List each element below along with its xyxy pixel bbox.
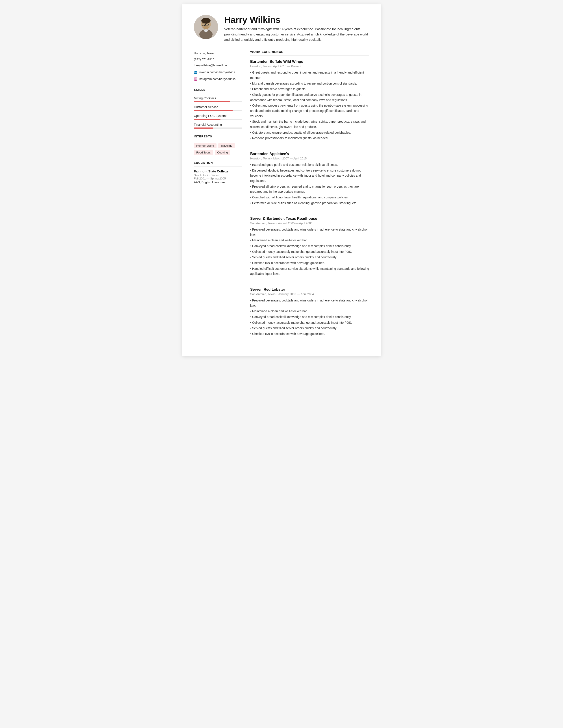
skill-bar-fill xyxy=(194,110,233,111)
job-bullet: • Prepared all drink orders as required … xyxy=(250,184,369,194)
job-bullet: • Mix and garnish beverages according to… xyxy=(250,81,369,86)
job-bullet: • Prepared beverages, cocktails and wine… xyxy=(250,298,369,308)
skills-list: Mixing Cocktails Customer Service Operat… xyxy=(194,96,242,129)
job-block: Bartender, Buffalo Wild WingsHouston, Te… xyxy=(250,59,369,141)
interests-tags: HomebrewingTravelingFood ToursCooking xyxy=(194,143,242,155)
job-bullet: • Check guests for proper identification… xyxy=(250,92,369,103)
interest-tag: Food Tours xyxy=(194,150,213,155)
edu-location: San Antonio, Texas xyxy=(194,174,242,177)
skill-item: Customer Service xyxy=(194,105,242,111)
body-section: Houston, Texas (832) 571-9910 harry.wilk… xyxy=(194,50,369,343)
job-meta: San Antonio, Texas • August 2005 — April… xyxy=(250,222,369,225)
skill-bar-bg xyxy=(194,127,242,129)
job-bullets: • Greet guests and respond to guest inqu… xyxy=(250,70,369,141)
job-bullet: • Present and serve beverages to guests. xyxy=(250,87,369,92)
skills-title: SKILLS xyxy=(194,88,242,91)
svg-point-11 xyxy=(194,71,195,72)
job-bullet: • Stock and maintain the bar to include … xyxy=(250,119,369,129)
job-bullet: • Greet guests and respond to guest inqu… xyxy=(250,70,369,80)
job-bullet: • Checked IDs in accordance with beverag… xyxy=(250,261,369,266)
contact-email: harry.wilkins@hotmail.com xyxy=(194,62,242,68)
interest-tag: Homebrewing xyxy=(194,143,217,148)
candidate-summary: Veteran bartender and mixologist with 14… xyxy=(224,27,369,42)
education-title: EDUCATION xyxy=(194,161,242,164)
work-title: WORK EXPERIENCE xyxy=(250,50,369,54)
resume: Harry Wilkins Veteran bartender and mixo… xyxy=(182,4,381,356)
header-section: Harry Wilkins Veteran bartender and mixo… xyxy=(194,15,369,42)
job-meta: San Antonio, Texas • January 2002 — Apri… xyxy=(250,292,369,296)
header-text: Harry Wilkins Veteran bartender and mixo… xyxy=(224,15,369,42)
job-bullet: • Served guests and filled server orders… xyxy=(250,326,369,331)
svg-rect-10 xyxy=(194,72,195,73)
contact-section: Houston, Texas (832) 571-9910 harry.wilk… xyxy=(194,50,242,82)
linkedin-icon xyxy=(194,70,197,74)
job-meta: Houston, Texas • March 2007 — April 2015 xyxy=(250,157,369,160)
skill-item: Mixing Cocktails xyxy=(194,96,242,102)
skill-bar-fill xyxy=(194,127,213,129)
skill-name: Customer Service xyxy=(194,105,242,109)
job-bullet: • Handled difficult customer service sit… xyxy=(250,266,369,277)
education-block: Fairmont State College San Antonio, Texa… xyxy=(194,170,242,184)
job-bullet: • Conveyed broad cocktail knowledge and … xyxy=(250,314,369,320)
job-block: Server, Red LobsterSan Antonio, Texas • … xyxy=(250,287,369,337)
linkedin-url: linkedin.com/in/harrywilkins xyxy=(199,69,235,75)
job-bullet: • Maintained a clean and well-stocked ba… xyxy=(250,238,369,243)
job-bullet: • Respond professionally to inebriated g… xyxy=(250,136,369,141)
edu-school: Fairmont State College xyxy=(194,170,242,173)
skill-name: Mixing Cocktails xyxy=(194,96,242,100)
interests-title: INTERESTS xyxy=(194,135,242,138)
job-bullet: • Prepared beverages, cocktails and wine… xyxy=(250,227,369,237)
job-meta: Houston, Texas • April 2015 — Present xyxy=(250,65,369,68)
job-bullet: • Dispensed alcoholic beverages and cont… xyxy=(250,168,369,184)
job-bullet: • Collected money, accurately make chang… xyxy=(250,320,369,325)
job-bullet: • Collect and process payments from gues… xyxy=(250,103,369,119)
skill-bar-bg xyxy=(194,101,242,102)
job-bullet: • Maintained a clean and well-stocked ba… xyxy=(250,309,369,314)
edu-degree: AAS, English Literature xyxy=(194,181,242,184)
contact-instagram: instagram.com/harrysdrinks xyxy=(194,76,242,82)
job-title: Server & Bartender, Texas Roadhouse xyxy=(250,216,369,221)
job-bullet: • Checked IDs in accordance with beverag… xyxy=(250,331,369,337)
job-bullet: • Served guests and filled server orders… xyxy=(250,255,369,260)
job-title: Server, Red Lobster xyxy=(250,287,369,292)
job-bullet: • Cut, store and ensure product quality … xyxy=(250,130,369,135)
contact-linkedin: linkedin.com/in/harrywilkins xyxy=(194,69,242,75)
contact-phone: (832) 571-9910 xyxy=(194,56,242,62)
interests-divider xyxy=(194,140,242,140)
job-bullets: • Prepared beverages, cocktails and wine… xyxy=(250,298,369,337)
job-title: Bartender, Buffalo Wild Wings xyxy=(250,59,369,64)
instagram-url: instagram.com/harrysdrinks xyxy=(199,76,235,82)
job-title: Bartender, Applebee's xyxy=(250,152,369,156)
jobs-list: Bartender, Buffalo Wild WingsHouston, Te… xyxy=(250,59,369,336)
edu-dates: Fall 2001 — Spring 2005 xyxy=(194,177,242,180)
skill-item: Operating POS Systems xyxy=(194,114,242,120)
skill-bar-bg xyxy=(194,110,242,111)
job-bullets: • Exercised good public and customer rel… xyxy=(250,162,369,206)
avatar xyxy=(194,15,218,39)
interest-tag: Traveling xyxy=(218,143,235,148)
job-separator xyxy=(250,147,369,147)
candidate-name: Harry Wilkins xyxy=(224,15,369,25)
instagram-icon xyxy=(194,77,197,81)
skills-divider xyxy=(194,93,242,93)
contact-city: Houston, Texas xyxy=(194,50,242,56)
svg-point-3 xyxy=(201,18,211,24)
skill-name: Operating POS Systems xyxy=(194,114,242,118)
right-column: WORK EXPERIENCE Bartender, Buffalo Wild … xyxy=(250,50,369,343)
job-bullet: • Performed all side duties such as clea… xyxy=(250,201,369,206)
svg-point-4 xyxy=(203,26,209,29)
job-bullets: • Prepared beverages, cocktails and wine… xyxy=(250,227,369,277)
job-bullet: • Collected money, accurately make chang… xyxy=(250,249,369,255)
job-separator xyxy=(250,283,369,283)
skill-bar-fill xyxy=(194,101,230,102)
job-block: Bartender, Applebee'sHouston, Texas • Ma… xyxy=(250,152,369,206)
job-bullet: • Exercised good public and customer rel… xyxy=(250,162,369,168)
skill-bar-fill xyxy=(194,119,220,120)
skill-bar-bg xyxy=(194,119,242,120)
job-block: Server & Bartender, Texas RoadhouseSan A… xyxy=(250,216,369,277)
skill-item: Financial Accounting xyxy=(194,123,242,129)
left-column: Houston, Texas (832) 571-9910 harry.wilk… xyxy=(194,50,242,343)
job-bullet: • Complied with all liquor laws, health … xyxy=(250,195,369,200)
skill-name: Financial Accounting xyxy=(194,123,242,126)
job-bullet: • Conveyed broad cocktail knowledge and … xyxy=(250,244,369,249)
